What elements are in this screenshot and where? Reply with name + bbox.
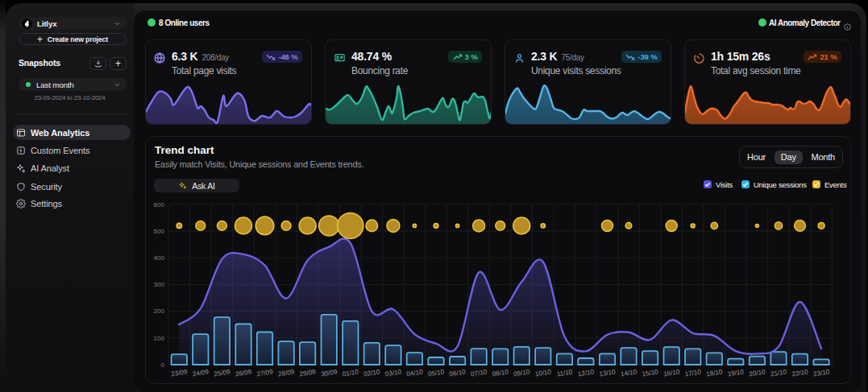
svg-text:18/10: 18/10 <box>706 368 724 378</box>
svg-text:14/10: 14/10 <box>620 368 638 378</box>
svg-text:600: 600 <box>153 201 164 208</box>
svg-text:03/10: 03/10 <box>384 368 402 378</box>
svg-text:15/10: 15/10 <box>642 368 659 378</box>
svg-text:21/10: 21/10 <box>770 368 787 378</box>
svg-text:200: 200 <box>153 307 164 315</box>
svg-text:09/10: 09/10 <box>513 368 531 378</box>
svg-text:12/10: 12/10 <box>577 368 595 378</box>
svg-text:26/09: 26/09 <box>235 368 252 378</box>
svg-text:100: 100 <box>153 335 164 342</box>
svg-text:400: 400 <box>153 254 164 262</box>
svg-text:300: 300 <box>153 281 164 288</box>
svg-text:27/09: 27/09 <box>256 368 274 378</box>
svg-text:23/10: 23/10 <box>812 368 830 378</box>
svg-text:0: 0 <box>160 361 164 369</box>
svg-text:17/10: 17/10 <box>684 368 702 378</box>
svg-text:06/10: 06/10 <box>449 368 467 378</box>
svg-text:10/10: 10/10 <box>534 368 552 378</box>
svg-text:07/10: 07/10 <box>470 368 488 378</box>
svg-text:30/09: 30/09 <box>321 368 338 378</box>
svg-text:25/09: 25/09 <box>214 368 231 378</box>
svg-text:20/10: 20/10 <box>749 368 766 378</box>
svg-text:22/10: 22/10 <box>791 368 809 378</box>
svg-text:28/09: 28/09 <box>277 368 295 378</box>
svg-text:29/09: 29/09 <box>299 368 317 378</box>
svg-text:24/09: 24/09 <box>192 368 210 378</box>
svg-text:08/10: 08/10 <box>492 368 509 378</box>
svg-text:16/10: 16/10 <box>663 368 681 378</box>
svg-text:23/09: 23/09 <box>171 368 189 378</box>
svg-text:500: 500 <box>153 228 164 235</box>
svg-text:05/10: 05/10 <box>427 368 445 378</box>
svg-text:04/10: 04/10 <box>406 368 424 378</box>
svg-text:01/10: 01/10 <box>342 368 359 378</box>
svg-text:13/10: 13/10 <box>599 368 617 378</box>
svg-text:19/10: 19/10 <box>727 368 745 378</box>
svg-text:11/10: 11/10 <box>556 368 573 378</box>
svg-text:02/10: 02/10 <box>363 368 381 378</box>
